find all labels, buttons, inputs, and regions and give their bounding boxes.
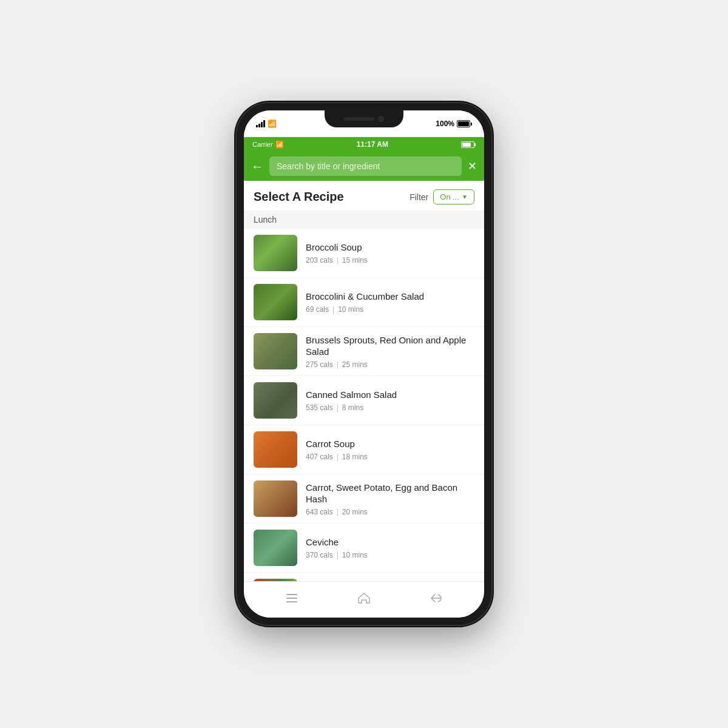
recipe-meta: 69 cals|10 mins <box>306 305 474 314</box>
filter-area: Filter On ... ▼ <box>410 189 474 204</box>
ios-status-bar: 📶 12:34 100% <box>244 110 484 137</box>
carrier-wifi-icon: 📶 <box>275 141 284 149</box>
signal-icon <box>256 120 265 127</box>
recipe-meta: 643 cals|20 mins <box>306 508 474 516</box>
phone-screen: 📶 12:34 100% Carrier 📶 <box>244 110 484 618</box>
category-label: Lunch <box>254 215 277 224</box>
recipe-list-content: Select A Recipe Filter On ... ▼ Lunch Br… <box>244 181 484 581</box>
filter-header: Select A Recipe Filter On ... ▼ <box>244 181 484 211</box>
recipe-item[interactable]: Broccoli Soup203 cals|15 mins <box>244 229 484 278</box>
search-bar: ← Search by title or ingredient ✕ <box>244 152 484 181</box>
back-button[interactable]: ← <box>251 160 263 174</box>
phone-notch <box>325 110 403 127</box>
recipe-item[interactable]: Chef Salad487 cals|5 mins <box>244 573 484 581</box>
search-input[interactable]: Search by title or ingredient <box>269 157 462 176</box>
wifi-icon: 📶 <box>268 120 277 128</box>
chevron-down-icon: ▼ <box>462 194 468 200</box>
status-right: 100% <box>436 120 472 128</box>
recipe-meta: 275 cals|25 mins <box>306 360 474 369</box>
carrier-time: 11:17 AM <box>357 140 388 149</box>
speaker-icon <box>344 117 374 121</box>
recipe-item[interactable]: Carrot, Sweet Potato, Egg and Bacon Hash… <box>244 474 484 524</box>
recipe-name: Ceviche <box>306 536 474 548</box>
svg-rect-1 <box>286 598 297 599</box>
carrier-bar: Carrier 📶 11:17 AM <box>244 137 484 152</box>
recipe-name: Broccolini & Cucumber Salad <box>306 291 474 303</box>
recipe-name: Brussels Sprouts, Red Onion and Apple Sa… <box>306 334 474 358</box>
recipe-item[interactable]: Carrot Soup407 cals|18 mins <box>244 425 484 474</box>
recipe-meta: 535 cals|8 mins <box>306 403 474 412</box>
phone-device: 📶 12:34 100% Carrier 📶 <box>237 103 491 625</box>
recipe-meta: 370 cals|10 mins <box>306 551 474 559</box>
recipe-item[interactable]: Brussels Sprouts, Red Onion and Apple Sa… <box>244 327 484 376</box>
close-icon[interactable]: ✕ <box>468 160 477 173</box>
carrier-name: Carrier <box>252 141 273 148</box>
category-header: Lunch <box>244 211 484 229</box>
recipe-meta: 407 cals|18 mins <box>306 453 474 461</box>
recipe-name: Broccoli Soup <box>306 241 474 254</box>
carrier-battery <box>461 141 476 148</box>
recipe-name: Carrot, Sweet Potato, Egg and Bacon Hash <box>306 482 474 505</box>
status-left: 📶 <box>256 120 277 128</box>
recipe-item[interactable]: Canned Salmon Salad535 cals|8 mins <box>244 376 484 425</box>
back-nav-icon[interactable] <box>417 586 456 614</box>
recipe-name: Canned Salmon Salad <box>306 389 474 401</box>
filter-label: Filter <box>410 192 428 202</box>
battery-icon <box>457 120 472 127</box>
home-nav-icon[interactable] <box>345 586 383 614</box>
carrier-info: Carrier 📶 <box>252 141 284 149</box>
bottom-nav <box>244 581 484 618</box>
filter-value: On ... <box>440 192 459 201</box>
svg-rect-2 <box>286 601 297 602</box>
menu-nav-icon[interactable] <box>272 586 311 614</box>
filter-button[interactable]: On ... ▼ <box>433 189 474 204</box>
search-placeholder: Search by title or ingredient <box>277 161 380 171</box>
recipe-item[interactable]: Broccolini & Cucumber Salad69 cals|10 mi… <box>244 278 484 327</box>
page-title: Select A Recipe <box>254 190 344 204</box>
recipe-name: Carrot Soup <box>306 438 474 450</box>
recipe-item[interactable]: Ceviche370 cals|10 mins <box>244 524 484 573</box>
svg-rect-0 <box>286 594 297 595</box>
camera-icon <box>378 116 384 122</box>
battery-percent: 100% <box>436 120 454 128</box>
recipe-list: Broccoli Soup203 cals|15 minsBroccolini … <box>244 229 484 581</box>
recipe-meta: 203 cals|15 mins <box>306 256 474 265</box>
